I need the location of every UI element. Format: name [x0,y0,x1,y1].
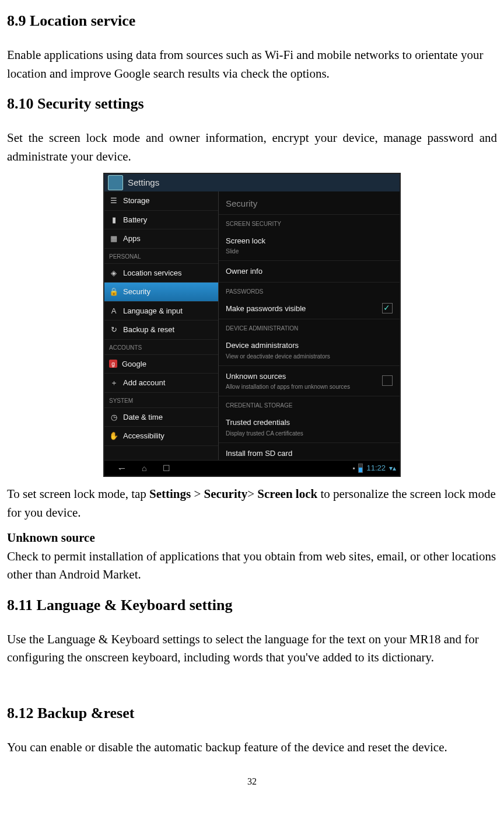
nav-add-account[interactable]: ＋Add account [104,374,218,393]
nav-accessibility[interactable]: ✋Accessibility [104,427,218,446]
unknown-source-heading: Unknown source [7,529,497,548]
section-body-language: Use the Language & Keyboard settings to … [7,630,497,667]
nav-storage[interactable]: ☰Storage [104,191,218,211]
item-trusted[interactable]: Trusted credentialsDisplay trusted CA ce… [219,412,400,443]
item-make-visible[interactable]: Make passwords visible [219,298,400,320]
item-screen-lock[interactable]: Screen lockSlide [219,231,400,262]
backup-icon: ↻ [109,325,118,334]
checkbox-make-visible[interactable] [382,303,393,313]
nav-google[interactable]: gGoogle [104,355,218,374]
section-heading-security: 8.10 Security settings [7,92,497,115]
recents-icon[interactable]: ☐ [163,462,170,475]
apps-icon: ▦ [109,234,118,243]
status-time: 11:22 [366,462,386,474]
location-icon: ◈ [109,268,118,277]
settings-screenshot: Settings ☰Storage ▮Battery ▦Apps PERSONA… [103,173,401,477]
item-install-sd[interactable]: Install from SD card [219,443,400,461]
battery-icon: ▮ [109,215,118,224]
cat-credential: CREDENTIAL STORAGE [219,396,400,412]
clock-icon: ◷ [109,412,118,421]
app-title: Settings [128,176,159,190]
item-owner-info[interactable]: Owner info [219,261,400,283]
cat-device-admin: DEVICE ADMINISTRATION [219,319,400,335]
nav-apps[interactable]: ▦Apps [104,229,218,249]
unknown-source-body: Check to permit installation of applicat… [7,548,497,584]
nav-location[interactable]: ◈Location services [104,264,218,283]
nav-language[interactable]: ALanguage & input [104,302,218,321]
wifi-icon: ▾▴ [389,463,396,473]
plus-icon: ＋ [109,378,118,388]
checkbox-unknown-sources[interactable] [382,375,393,386]
back-icon[interactable]: ↽ [118,462,125,475]
page-number: 32 [7,775,497,789]
hand-icon: ✋ [109,431,118,441]
sdcard-icon: ▪ [352,463,355,473]
item-unknown-sources[interactable]: Unknown sourcesAllow installation of app… [219,366,400,397]
item-device-admin[interactable]: Device administratorsView or deactivate … [219,335,400,366]
nav-backup[interactable]: ↻Backup & reset [104,320,218,340]
cat-screen-security: SCREEN SECURITY [219,215,400,231]
battery-status-icon [358,463,363,473]
home-icon[interactable]: ⌂ [142,462,146,475]
nav-battery[interactable]: ▮Battery [104,211,218,230]
nav-datetime[interactable]: ◷Date & time [104,408,218,427]
section-body-backup: You can enable or disable the automatic … [7,738,497,757]
section-heading-backup: 8.12 Backup &reset [7,702,497,724]
section-body-location: Enable applications using data from sour… [7,46,497,83]
google-icon: g [109,360,117,368]
nav-category-system: SYSTEM [104,393,218,408]
screen-lock-instructions: To set screen lock mode, tap Settings > … [7,485,497,522]
lock-icon: 🔒 [109,287,118,297]
cat-passwords: PASSWORDS [219,283,400,298]
settings-detail-pane: Security SCREEN SECURITY Screen lockSlid… [219,191,400,460]
nav-security[interactable]: 🔒Security [104,283,218,302]
section-heading-language: 8.11 Language & Keyboard setting [7,594,497,616]
language-icon: A [109,306,118,315]
section-heading-location: 8.9 Location service [7,9,497,32]
nav-category-personal: PERSONAL [104,249,218,264]
storage-icon: ☰ [109,196,118,205]
section-body-security: Set the screen lock mode and owner infor… [7,129,497,166]
android-navbar: ↽ ⌂ ☐ ▪ 11:22 ▾▴ [104,460,400,476]
nav-category-accounts: ACCOUNTS [104,340,218,355]
detail-title: Security [219,191,400,215]
settings-nav-pane: ☰Storage ▮Battery ▦Apps PERSONAL ◈Locati… [104,191,219,460]
android-statusbar: Settings [104,174,400,191]
settings-app-icon [108,175,123,190]
